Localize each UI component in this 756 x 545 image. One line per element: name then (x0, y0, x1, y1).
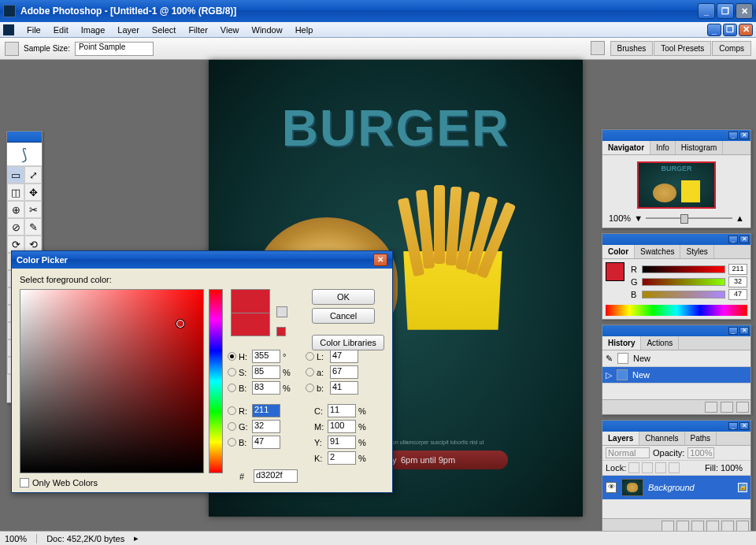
websafe-swatch[interactable] (276, 327, 286, 336)
bc-input[interactable]: 47 (252, 436, 280, 449)
navigator-thumbnail[interactable] (637, 161, 716, 209)
trash-button[interactable] (736, 402, 749, 413)
layer-style-button[interactable] (662, 521, 674, 532)
only-web-colors-checkbox[interactable] (20, 478, 29, 488)
old-color-swatch[interactable] (231, 313, 270, 336)
tab-info[interactable]: Info (650, 141, 676, 154)
tool-6[interactable]: ⊘ (7, 218, 24, 235)
palette-header[interactable]: _✕ (602, 234, 750, 245)
zoom-in-icon[interactable]: ▲ (736, 213, 744, 223)
ok-button[interactable]: OK (312, 289, 375, 305)
radio-bc[interactable] (228, 438, 236, 447)
g-input[interactable]: 32 (252, 420, 280, 433)
palette-minimize-button[interactable]: _ (728, 235, 738, 243)
dialog-titlebar[interactable]: Color Picker ✕ (12, 251, 392, 269)
palette-close-button[interactable]: ✕ (739, 422, 749, 430)
lock-image-button[interactable] (642, 462, 653, 473)
tab-histogram[interactable]: Histogram (676, 141, 724, 154)
c-input[interactable]: 11 (328, 404, 356, 417)
tab-color[interactable]: Color (602, 245, 635, 258)
bb-input[interactable]: 41 (330, 381, 358, 395)
new-snapshot-button[interactable] (721, 402, 733, 413)
minimize-button[interactable]: _ (698, 3, 715, 19)
tab-history[interactable]: History (602, 336, 641, 350)
r-slider[interactable] (642, 265, 725, 273)
g-value[interactable]: 32 (728, 276, 747, 287)
a-input[interactable]: 67 (330, 365, 358, 379)
color-field[interactable] (20, 289, 204, 473)
g-slider[interactable] (642, 278, 725, 286)
blend-mode-dropdown[interactable]: Normal (606, 447, 650, 458)
palette-close-button[interactable]: ✕ (739, 132, 749, 139)
tab-channels[interactable]: Channels (639, 432, 684, 445)
radio-g[interactable] (228, 422, 236, 431)
menu-edit[interactable]: Edit (47, 24, 75, 36)
palette-close-button[interactable]: ✕ (739, 235, 749, 243)
menu-help[interactable]: Help (289, 24, 320, 36)
lock-transparent-button[interactable] (628, 462, 639, 473)
r-input[interactable]: 211 (252, 404, 280, 417)
palette-well-icon[interactable] (591, 41, 605, 55)
tab-swatches[interactable]: Swatches (635, 245, 680, 258)
radio-bb[interactable] (306, 384, 314, 392)
hex-input[interactable]: d3202f (254, 469, 298, 483)
radio-l[interactable] (306, 352, 314, 361)
radio-s[interactable] (228, 368, 236, 376)
tab-paths[interactable]: Paths (685, 432, 717, 445)
tool-0[interactable]: ▭ (7, 166, 24, 184)
delete-layer-button[interactable] (736, 521, 749, 532)
lock-all-button[interactable] (669, 462, 680, 473)
menu-select[interactable]: Select (146, 24, 183, 36)
toolbox-header[interactable] (7, 132, 42, 143)
menu-layer[interactable]: Layer (111, 24, 146, 36)
menu-window[interactable]: Window (246, 24, 289, 36)
palette-header[interactable]: _✕ (602, 325, 750, 336)
menu-image[interactable]: Image (75, 24, 112, 36)
cancel-button[interactable]: Cancel (312, 308, 375, 324)
status-doc[interactable]: Doc: 452,2K/0 bytes (46, 534, 124, 543)
doc-close-button[interactable]: ✕ (739, 24, 753, 36)
l-input[interactable]: 47 (330, 350, 358, 363)
palette-minimize-button[interactable]: _ (728, 327, 738, 335)
radio-h[interactable] (228, 352, 236, 361)
tab-navigator[interactable]: Navigator (602, 141, 650, 154)
opacity-value[interactable]: 100% (687, 447, 714, 458)
snapshot-row[interactable]: ✎New (602, 350, 750, 367)
visibility-icon[interactable]: 👁 (606, 482, 617, 493)
layer-mask-button[interactable] (676, 521, 689, 532)
m-input[interactable]: 100 (328, 420, 356, 433)
tool-3[interactable]: ✥ (24, 184, 42, 201)
tab-layers[interactable]: Layers (602, 432, 639, 445)
warning-icon[interactable] (276, 306, 287, 317)
radio-r[interactable] (228, 406, 236, 415)
tool-2[interactable]: ◫ (7, 184, 24, 201)
tab-actions[interactable]: Actions (641, 336, 679, 350)
status-arrow-icon[interactable]: ▸ (134, 533, 139, 543)
hue-slider[interactable] (209, 289, 223, 473)
palette-header[interactable]: _✕ (602, 130, 750, 141)
fill-value[interactable]: 100% (721, 463, 747, 473)
radio-a[interactable] (306, 368, 314, 376)
b-slider[interactable] (642, 291, 725, 298)
maximize-button[interactable]: ❐ (717, 3, 734, 19)
menu-file[interactable]: File (20, 24, 47, 36)
tool-4[interactable]: ⊕ (7, 201, 24, 218)
doc-minimize-button[interactable]: _ (707, 24, 721, 36)
layer-row[interactable]: 👁 Background 🔒 (602, 476, 750, 499)
close-icon[interactable]: ✕ (373, 254, 387, 266)
adjustment-button[interactable] (706, 521, 719, 532)
b-value[interactable]: 47 (728, 289, 747, 300)
y-input[interactable]: 91 (328, 436, 356, 449)
new-layer-button[interactable] (721, 521, 734, 532)
s-input[interactable]: 85 (252, 365, 280, 379)
menu-view[interactable]: View (214, 24, 246, 36)
palette-minimize-button[interactable]: _ (728, 132, 738, 139)
zoom-out-icon[interactable]: ▼ (634, 213, 643, 223)
radio-b[interactable] (228, 384, 236, 392)
doc-restore-button[interactable]: ❐ (723, 24, 737, 36)
new-color-swatch[interactable] (231, 289, 270, 313)
lock-position-button[interactable] (655, 462, 666, 473)
history-state-row[interactable]: ▷New (602, 367, 750, 384)
zoom-slider[interactable] (646, 217, 732, 219)
tool-5[interactable]: ✂ (24, 201, 42, 218)
